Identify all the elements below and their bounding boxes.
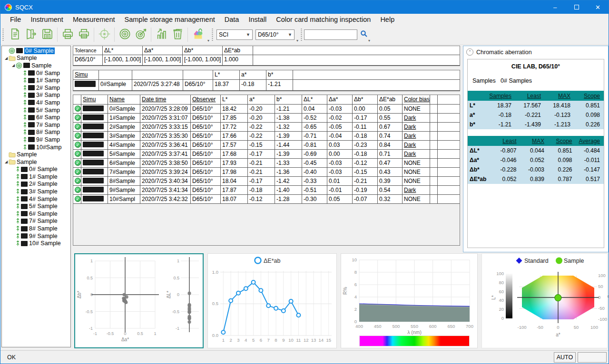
tree-item-9-samp[interactable]: 9# Samp [2,136,70,144]
target-measure-button[interactable] [133,27,149,43]
tree-item-1-sample[interactable]: 1# Sample [2,173,70,181]
close-button[interactable]: ✕ [587,0,609,14]
chart-deltaE-line-panel[interactable]: 1234567891011121314150.00.51.0ΔE*ab [207,253,337,348]
sample-row-4[interactable]: ✓4#Sample2020/7/25 3:36:41D65/10°17.57-0… [73,141,460,150]
sample-row-0[interactable]: ✓0#Sample2020/7/25 3:28:09D65/10°18.42-0… [73,105,460,114]
stat-header[interactable]: Samples [486,93,515,99]
export-button[interactable] [23,27,39,43]
tree-item-1-samp[interactable]: 1# Samp [2,77,70,84]
standard-simu-cell[interactable] [73,80,99,91]
tree-item-0-samp[interactable]: 0# Samp [2,69,70,77]
tree-item-5-sample[interactable]: 5# Sample [2,202,70,210]
menu-item-install[interactable]: Install [244,14,271,25]
toolbar-overflow-icon[interactable]: ▾ [368,38,370,43]
menu-item-sample-storage-management[interactable]: Sample storage management [120,14,220,25]
sample-color-bias[interactable]: Dark [403,114,430,123]
menu-item-color-card-matching-inspection[interactable]: Color card matching inspection [271,14,375,25]
menu-item-instrument[interactable]: Instrument [26,14,68,25]
sample-row-8[interactable]: ✓8#Sample2020/7/25 3:40:34D65/10°18.04-0… [73,177,460,186]
stat-header[interactable]: Average [576,138,604,144]
stat-header[interactable]: Scope [574,93,604,99]
toolbar-drag-handle[interactable] [300,28,303,42]
stat-header[interactable]: MAX [521,138,549,144]
tree-item-7-sample[interactable]: 7# Sample [2,218,70,225]
toolbar-drag-handle[interactable] [2,28,4,42]
tree-item-0-sample[interactable]: 0# Sample [2,47,70,55]
tree-item-4-sample[interactable]: 4# Sample [2,195,70,203]
tree-item-3-samp[interactable]: 3# Samp [2,92,70,99]
tree-item-10-sample[interactable]: 10# Sample [2,239,70,247]
chart-reflectance-panel[interactable]: 4004505005506006507000246810λ (nm)R% [341,253,478,348]
sample-color-bias[interactable]: Dark [403,186,430,195]
chart-gamut-panel[interactable]: StandardSample100806040200L*-100-5005010… [481,253,608,348]
toolbar-overflow-icon[interactable]: ▾ [296,38,298,43]
sample-grid-header-date-time[interactable]: Date time [140,95,191,105]
standard-grid-header-simu[interactable]: Simu [73,70,99,80]
toolbar-drag-handle[interactable] [211,28,214,42]
chart-button[interactable] [153,27,169,43]
minimize-button[interactable]: – [544,0,566,14]
illuminant-dropdown[interactable]: D65/10°▼ [255,29,295,40]
toolbar-overflow-icon[interactable]: ▾ [207,38,209,43]
sample-color-bias[interactable]: Dark [403,132,430,141]
print-button[interactable] [59,27,76,43]
tree-expander-icon[interactable]: ◢ [4,56,9,60]
search-icon[interactable] [360,30,368,39]
new-document-button[interactable] [7,27,23,43]
menu-item-help[interactable]: Help [375,14,399,25]
sample-row-7[interactable]: ✓7#Sample2020/7/25 3:39:24D65/10°17.98-0… [73,168,460,177]
tree-item-6-sample[interactable]: 6# Sample [2,210,70,218]
maximize-button[interactable] [566,0,587,14]
sample-row-1[interactable]: ✓1#Sample2020/7/25 3:31:07D65/10°17.85-0… [73,114,460,123]
sample-row-10[interactable]: ✓10#Sampl2020/7/25 3:42:32D65/10°18.07-0… [73,195,460,204]
color-cards-button[interactable] [190,27,206,43]
collapse-chevron-icon[interactable]: ⌃ [466,48,473,56]
stat-header[interactable]: Least [515,93,545,99]
sample-grid-header-color-bias[interactable]: Color bias [403,95,430,105]
sample-row-9[interactable]: ✓9#Sample2020/7/25 3:41:34D65/10°17.87-0… [73,186,460,195]
auto-button[interactable]: AUTO [554,352,576,363]
save-button[interactable] [39,27,55,43]
menu-item-measurement[interactable]: Measurement [68,14,120,25]
tree-item-sample[interactable]: ◢Sample [2,55,70,62]
tree-item-5-samp[interactable]: 5# Samp [2,106,70,114]
stat-header[interactable]: Least [492,138,521,144]
sci-dropdown[interactable]: SCI▼ [216,29,253,40]
sample-color-bias[interactable]: Dark [403,150,430,159]
sample-row-2[interactable]: ✓2#Sample2020/7/25 3:33:15D65/10°17.72-0… [73,123,460,132]
sample-color-bias[interactable]: Dark [403,141,430,150]
tree-item-2-sample[interactable]: 2# Sample [2,181,70,188]
tree-item-7-samp[interactable]: 7# Samp [2,121,70,129]
sample-color-bias[interactable]: Dark [403,123,430,132]
sample-grid-header-observer[interactable]: Observer [191,95,221,105]
chart-ab-scatter-panel[interactable]: -1-1-0.5-0.5000.50.511Δa*Δb*-1-0.500.51Δ… [74,253,204,348]
search-input[interactable] [304,29,357,40]
tree-item-2-samp[interactable]: 2# Samp [2,84,70,92]
menu-item-file[interactable]: File [5,14,26,25]
tree-item-9-sample[interactable]: 9# Sample [2,232,70,240]
sample-row-3[interactable]: ✓3#Sample2020/7/25 3:35:30D65/10°17.66-0… [73,132,460,141]
stat-header[interactable]: Scope [548,138,576,144]
tree-item-4-samp[interactable]: 4# Samp [2,99,70,106]
sample-grid-header-name[interactable]: Name [108,95,140,105]
tree-item-3-sample[interactable]: 3# Sample [2,188,70,195]
sample-grid-header-simu[interactable]: Simu [81,95,108,105]
tree-expander-icon[interactable]: ◢ [4,160,9,164]
tree-item-sample[interactable]: ◢Sample [2,62,70,69]
print-word-button[interactable]: Word [76,27,92,43]
tree-item-sample[interactable]: Sample [2,151,70,158]
calibration-circles-button[interactable] [117,27,133,43]
tree-item-6-samp[interactable]: 6# Samp [2,114,70,121]
stat-header[interactable]: MAX [545,93,574,99]
tree-expander-icon[interactable]: ◢ [11,63,16,67]
menu-item-data[interactable]: Data [220,14,244,25]
delete-button[interactable] [169,27,186,43]
sample-row-5[interactable]: ✓5#Sample2020/7/25 3:37:41D65/10°17.68-0… [73,150,460,159]
tree-item-8-samp[interactable]: 8# Samp [2,129,70,136]
tree-item-sample[interactable]: ◢Sample [2,158,70,166]
tree-item-8-sample[interactable]: 8# Sample [2,225,70,232]
sample-row-6[interactable]: ✓6#Sample2020/7/25 3:38:50D65/10°17.93-0… [73,159,460,168]
tree-item-0-sample[interactable]: 0# Sample [2,166,70,173]
tree-item-10-samp[interactable]: 10#Samp [2,144,70,151]
crosshair-button[interactable] [96,27,112,43]
